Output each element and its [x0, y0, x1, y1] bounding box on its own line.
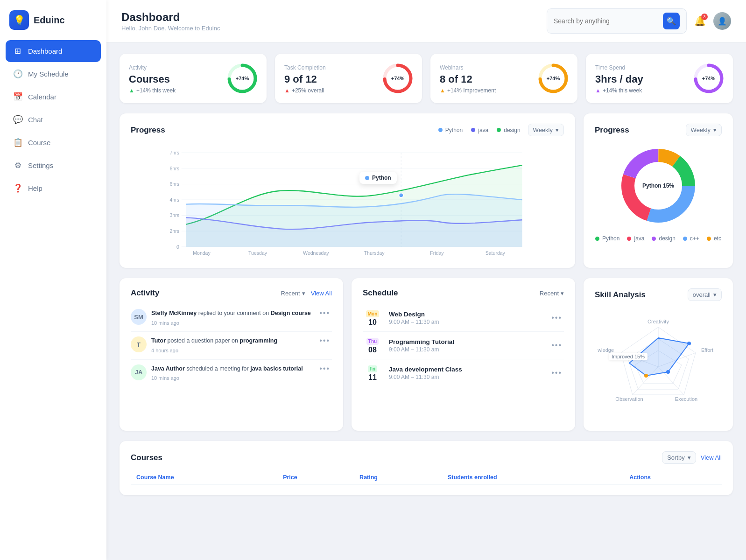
svg-text:Execution: Execution — [675, 396, 697, 402]
activity-view-all[interactable]: View All — [311, 290, 332, 297]
activity-item: JA Java Author scheduled a meeting for j… — [131, 360, 332, 387]
stat-card-webinars: Webinars 8 of 12 ▲ +14% Improvement +74% — [430, 54, 577, 103]
radar-svg: Creativity Effort Execution Observation … — [598, 313, 719, 420]
schedule-more-button[interactable]: ••• — [549, 314, 564, 322]
user-avatar[interactable]: 👤 — [713, 12, 731, 30]
sidebar: 💡 Eduinc ⊞Dashboard🕐My Schedule📅Calendar… — [0, 0, 106, 560]
donut-chart-dropdown[interactable]: Weekly ▾ — [686, 124, 722, 136]
pie-legend-dot-Python — [595, 237, 599, 241]
courses-view-all[interactable]: View All — [701, 451, 722, 464]
pie-legend: Python java design c++ etc — [595, 235, 721, 242]
header-left: Dashboard Hello, John Doe. Welcome to Ed… — [121, 11, 220, 32]
line-chart-title: Progress — [131, 126, 165, 135]
stat-category-timespend: Time Spend — [595, 64, 625, 71]
courses-table-header: Course NamePriceRatingStudents enrolledA… — [131, 470, 722, 485]
svg-text:Knowledge: Knowledge — [598, 347, 614, 353]
tooltip-dot — [365, 176, 369, 180]
schedule-date: Thu 08 — [363, 336, 382, 354]
schedule-day: Mon — [366, 310, 380, 317]
activity-more-button[interactable]: ••• — [317, 336, 332, 345]
svg-text:0: 0 — [176, 244, 179, 250]
search-button[interactable]: 🔍 — [663, 13, 680, 29]
stat-donut-label-activity: +74% — [236, 76, 249, 81]
stat-value-timespend: 3hrs / day — [595, 73, 643, 85]
skill-title: Skill Analysis — [595, 290, 646, 300]
schedule-time: 9:00 AM – 11:30 am — [389, 346, 543, 353]
svg-point-44 — [687, 342, 691, 345]
svg-text:Wednesday: Wednesday — [303, 250, 329, 256]
schedule-more-button[interactable]: ••• — [549, 341, 564, 350]
page-title: Dashboard — [121, 11, 220, 24]
schedule-info: Web Design 9:00 AM – 11:30 am — [389, 311, 543, 325]
stat-category-webinars: Webinars — [440, 64, 463, 71]
sidebar-item-course[interactable]: 📋Course — [6, 132, 101, 154]
activity-dropdown[interactable]: Recent ▾ — [281, 290, 305, 297]
stat-donut-label-timespend: +74% — [702, 76, 715, 81]
schedule-dropdown[interactable]: Recent ▾ — [540, 290, 564, 297]
sidebar-item-help[interactable]: ❓Help — [6, 177, 101, 199]
sidebar-item-dashboard[interactable]: ⊞Dashboard — [6, 40, 101, 62]
sidebar-item-settings[interactable]: ⚙Settings — [6, 154, 101, 176]
activity-card: Activity Recent ▾ View All SM Steffy McK… — [120, 278, 343, 431]
activity-text: Java Author scheduled a meeting for java… — [151, 364, 313, 382]
courses-col-header: Students enrolled — [442, 470, 624, 485]
sidebar-item-label: Calendar — [28, 93, 56, 101]
chart-tooltip: Python — [359, 172, 397, 184]
stat-value-webinars: 8 of 12 — [440, 73, 496, 85]
sidebar-item-chat[interactable]: 💬Chat — [6, 109, 101, 131]
activity-list: SM Steffy McKinney replied to your comme… — [131, 304, 332, 387]
schedule-list: Mon 10 Web Design 9:00 AM – 11:30 am •••… — [363, 304, 564, 386]
stat-info-timespend: Time Spend 3hrs / day ▲ +14% this week — [595, 63, 643, 94]
activity-time: 4 hours ago — [151, 347, 313, 355]
activity-more-button[interactable]: ••• — [317, 309, 332, 317]
stat-card-timespend: Time Spend 3hrs / day ▲ +14% this week +… — [586, 54, 733, 103]
stat-donut-timespend: +74% — [694, 63, 724, 93]
search-input[interactable] — [554, 17, 658, 25]
svg-text:6hrs: 6hrs — [169, 166, 179, 171]
schedule-num: 08 — [363, 346, 382, 354]
legend-label-Python: Python — [445, 127, 463, 133]
donut-chart-title: Progress — [595, 126, 629, 135]
stat-info-webinars: Webinars 8 of 12 ▲ +14% Improvement — [440, 63, 496, 94]
course-icon: 📋 — [13, 138, 22, 147]
legend-dot-design — [497, 128, 501, 132]
activity-more-button[interactable]: ••• — [317, 364, 332, 373]
activity-avatar: JA — [131, 364, 147, 380]
pie-chart: Python 15% — [616, 144, 700, 228]
pie-legend-label-c++: c++ — [690, 235, 699, 242]
donut-center: Python 15% — [642, 182, 674, 189]
svg-text:Observation: Observation — [615, 396, 643, 402]
pie-legend-dot-design — [652, 237, 656, 241]
sidebar-nav: ⊞Dashboard🕐My Schedule📅Calendar💬Chat📋Cou… — [0, 40, 106, 199]
svg-point-50 — [644, 374, 648, 378]
my-schedule-icon: 🕐 — [13, 69, 22, 79]
schedule-num: 10 — [363, 318, 382, 327]
schedule-item: Fri 11 Java development Class 9:00 AM – … — [363, 359, 564, 386]
stat-donut-task: +74% — [383, 63, 413, 93]
svg-text:Creativity: Creativity — [647, 319, 669, 324]
notification-badge: 3 — [701, 14, 708, 20]
schedule-header: Schedule Recent ▾ — [363, 288, 564, 298]
line-chart-dropdown[interactable]: Weekly ▾ — [528, 124, 564, 136]
sidebar-item-label: Chat — [28, 116, 43, 124]
sortby-button[interactable]: Sortby ▾ — [662, 451, 696, 464]
skill-dropdown[interactable]: overall ▾ — [688, 288, 722, 301]
notification-button[interactable]: 🔔 3 — [694, 15, 706, 27]
svg-text:Friday: Friday — [430, 250, 444, 256]
pie-legend-item-etc: etc — [707, 235, 721, 242]
sidebar-item-my-schedule[interactable]: 🕐My Schedule — [6, 63, 101, 85]
schedule-item: Mon 10 Web Design 9:00 AM – 11:30 am ••• — [363, 304, 564, 332]
stat-sub-activity: ▲ +14% this week — [129, 87, 176, 94]
content: Activity Courses ▲ +14% this week +74% T… — [106, 42, 746, 506]
help-icon: ❓ — [13, 183, 22, 193]
stat-value-activity: Courses — [129, 73, 176, 85]
activity-item: T Tutor posted a question paper on progr… — [131, 332, 332, 359]
courses-table: Course NamePriceRatingStudents enrolledA… — [131, 470, 722, 485]
schedule-day: Thu — [366, 338, 379, 345]
sidebar-item-calendar[interactable]: 📅Calendar — [6, 86, 101, 108]
legend-label-design: design — [504, 127, 520, 133]
pie-legend-dot-java — [627, 237, 631, 241]
schedule-more-button[interactable]: ••• — [549, 369, 564, 377]
svg-text:Effort: Effort — [701, 347, 713, 353]
page-subtitle: Hello, John Doe. Welcome to Eduinc — [121, 25, 220, 32]
